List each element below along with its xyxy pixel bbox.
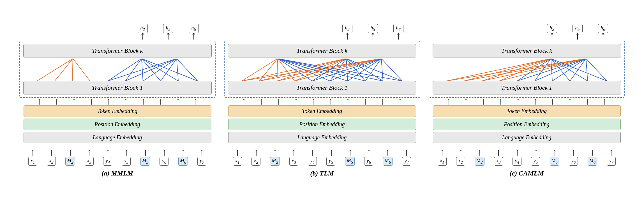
input-x2: x2 bbox=[47, 157, 56, 166]
output-h5-tlm: h5 bbox=[368, 24, 378, 33]
output-h2-tlm: h2 bbox=[342, 24, 352, 33]
bottom-arrows-mmlm bbox=[28, 99, 207, 105]
output-h5-col-camlm: h5 bbox=[573, 24, 583, 40]
in-arrow-7 bbox=[144, 150, 147, 156]
output-h5-col: h5 bbox=[163, 24, 173, 40]
input-m5: M5 bbox=[140, 157, 150, 166]
up-arrow-4 bbox=[90, 99, 93, 105]
input-m6: M6 bbox=[178, 157, 188, 166]
transformer-block-k-mmlm: Transformer Block k bbox=[23, 44, 212, 57]
up-arrow-5 bbox=[108, 99, 110, 105]
output-h6: h6 bbox=[189, 24, 199, 33]
input-token-labels-mmlm: x1 x2 M2 x3 y4 y5 M5 y6 M6 y7 bbox=[24, 157, 211, 166]
label-mmlm: (a) MMLM bbox=[101, 170, 133, 177]
arrow-h2-camlm bbox=[552, 34, 552, 40]
dashed-box-mmlm: Transformer Block k bbox=[19, 41, 216, 98]
svg-line-3 bbox=[73, 59, 90, 81]
transformer-block-1-tlm: Transformer Block 1 bbox=[228, 81, 416, 94]
input-token-labels-camlm: x1 x2 M2 x3 y4 y5 M5 y6 M6 y7 bbox=[433, 157, 621, 166]
output-h2: h2 bbox=[138, 24, 148, 33]
pos-embedding-tlm: Position Embedding bbox=[228, 119, 416, 130]
label-camlm: (c) CAMLM bbox=[510, 170, 544, 177]
input-y7: y7 bbox=[197, 157, 206, 166]
in-arrow-3 bbox=[69, 150, 71, 156]
output-h5-camlm: h5 bbox=[573, 24, 583, 33]
connections-svg-mmlm bbox=[28, 59, 207, 81]
arrow-h6-tlm bbox=[398, 34, 399, 40]
in-arrow-9 bbox=[182, 150, 184, 156]
up-arrow-8 bbox=[160, 99, 162, 105]
dashed-box-tlm: Transformer Block k bbox=[224, 41, 420, 98]
input-tokens-tlm bbox=[228, 150, 416, 156]
arrow-h5-tlm bbox=[373, 34, 373, 40]
svg-line-50 bbox=[446, 59, 586, 81]
svg-line-51 bbox=[464, 59, 586, 81]
input-m2: M2 bbox=[65, 157, 75, 166]
panel-camlm: h2 h5 h6 Transformer Block k bbox=[429, 24, 625, 177]
transformer-block-k-tlm: Transformer Block k bbox=[228, 44, 416, 57]
input-y4: y4 bbox=[103, 157, 112, 166]
transformer-block-1-mmlm: Transformer Block 1 bbox=[23, 81, 212, 94]
input-x1: x1 bbox=[28, 157, 37, 166]
output-h6-col-tlm: h6 bbox=[393, 24, 403, 40]
pos-embedding-mmlm: Position Embedding bbox=[24, 119, 211, 130]
up-arrow-7 bbox=[142, 99, 144, 105]
up-arrow-2 bbox=[56, 99, 58, 105]
token-embedding-tlm: Token Embedding bbox=[228, 105, 416, 117]
svg-line-1 bbox=[55, 59, 73, 81]
up-arrow-1 bbox=[38, 99, 40, 105]
svg-line-33 bbox=[278, 59, 402, 81]
arrow-h2 bbox=[142, 34, 143, 40]
output-h2-camlm: h2 bbox=[547, 24, 557, 33]
transformer-block-1-camlm: Transformer Block 1 bbox=[433, 81, 621, 94]
svg-line-24 bbox=[242, 59, 381, 81]
svg-line-15 bbox=[177, 59, 198, 81]
connections-svg-tlm bbox=[233, 59, 412, 81]
output-h5: h5 bbox=[163, 24, 173, 33]
input-token-labels-tlm: x1 x2 M2 x3 y4 y5 M5 y6 M6 y7 bbox=[228, 157, 416, 166]
svg-line-40 bbox=[312, 59, 381, 81]
arrow-h6 bbox=[193, 34, 194, 40]
panel-mmlm: h2 h5 h6 Transformer Block k bbox=[19, 24, 216, 177]
lang-embedding-mmlm: Language Embedding bbox=[24, 132, 211, 143]
input-tokens-mmlm bbox=[24, 150, 211, 156]
pos-embedding-camlm: Position Embedding bbox=[433, 119, 621, 130]
svg-line-0 bbox=[37, 59, 73, 81]
connections-svg-camlm bbox=[437, 59, 616, 81]
input-x3: x3 bbox=[85, 157, 94, 166]
output-h2-col-camlm: h2 bbox=[547, 24, 557, 40]
up-arrow-3 bbox=[73, 99, 75, 105]
output-h6-col: h6 bbox=[189, 24, 199, 40]
in-arrow-2 bbox=[50, 150, 53, 156]
up-arrow-10 bbox=[194, 99, 197, 105]
main-container: h2 h5 h6 Transformer Block k bbox=[0, 18, 644, 183]
svg-line-4 bbox=[108, 59, 142, 81]
output-h5-col-tlm: h5 bbox=[368, 24, 378, 40]
svg-line-2 bbox=[72, 59, 73, 81]
output-h6-camlm: h6 bbox=[598, 24, 608, 33]
output-h2-col: h2 bbox=[138, 24, 148, 40]
svg-line-64 bbox=[586, 59, 588, 81]
lang-embedding-camlm: Language Embedding bbox=[433, 132, 621, 143]
svg-line-10 bbox=[108, 59, 177, 81]
input-y6: y6 bbox=[160, 157, 168, 166]
up-arrow-9 bbox=[177, 99, 179, 105]
output-tokens-tlm: h2 h5 h6 bbox=[228, 24, 416, 40]
output-h6-col-camlm: h6 bbox=[598, 24, 608, 40]
in-arrow-10 bbox=[201, 150, 203, 156]
arrow-h2-tlm bbox=[347, 34, 348, 40]
svg-line-65 bbox=[586, 59, 607, 81]
panel-tlm: h2 h5 h6 Transformer Block k bbox=[224, 24, 420, 177]
lang-embedding-tlm: Language Embedding bbox=[228, 132, 416, 143]
arrow-h6-camlm bbox=[603, 34, 603, 40]
arrow-h5 bbox=[168, 34, 168, 40]
bottom-arrows-tlm bbox=[233, 99, 412, 105]
svg-line-60 bbox=[517, 59, 586, 81]
in-arrow-1 bbox=[32, 150, 34, 156]
up-arrow-6 bbox=[125, 99, 127, 105]
in-arrow-8 bbox=[163, 150, 165, 156]
in-arrow-4 bbox=[88, 150, 90, 156]
input-y5: y5 bbox=[122, 157, 131, 166]
output-tokens-mmlm: h2 h5 h6 bbox=[24, 24, 211, 40]
output-tokens-camlm: h2 h5 h6 bbox=[433, 24, 621, 40]
